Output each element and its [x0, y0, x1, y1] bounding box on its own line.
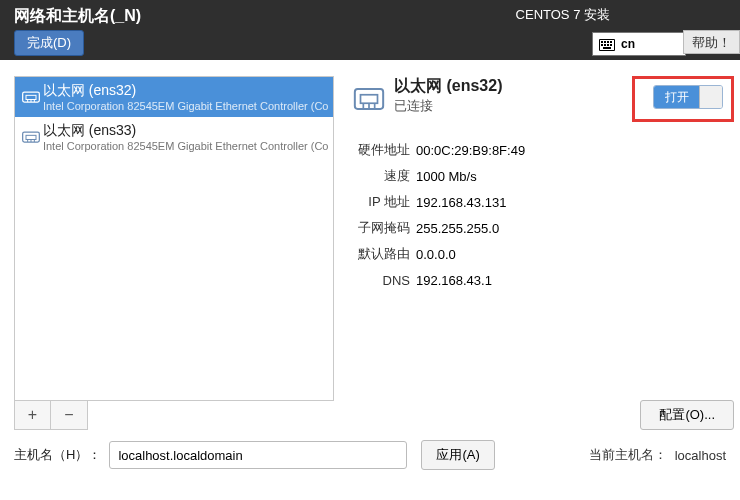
interface-item-ens33[interactable]: 以太网 (ens33) Intel Corporation 82545EM Gi… [15, 117, 333, 157]
svg-rect-6 [601, 44, 603, 46]
done-button[interactable]: 完成(D) [14, 30, 84, 56]
svg-rect-17 [26, 135, 36, 139]
configure-button[interactable]: 配置(O)... [640, 400, 734, 430]
interface-item-texts: 以太网 (ens33) Intel Corporation 82545EM Gi… [43, 122, 329, 152]
interface-panel: 以太网 (ens32) Intel Corporation 82545EM Gi… [14, 76, 334, 430]
detail-panel: 以太网 (ens32) 已连接 打开 硬件地址 00:0C:29:B9:8F:4… [334, 76, 740, 430]
svg-rect-2 [601, 41, 603, 43]
interface-item-ens32[interactable]: 以太网 (ens32) Intel Corporation 82545EM Gi… [15, 77, 333, 117]
detail-row: IP 地址 192.168.43.131 [352, 189, 740, 215]
detail-header-texts: 以太网 (ens32) 已连接 [394, 76, 502, 115]
hostname-row: 主机名（H）： 应用(A) 当前主机名： localhost [0, 430, 740, 480]
svg-rect-4 [607, 41, 609, 43]
keyboard-layout-label: cn [621, 37, 635, 51]
help-button[interactable]: 帮助！ [683, 30, 740, 54]
detail-value-speed: 1000 Mb/s [416, 169, 477, 184]
current-hostname-label: 当前主机名： [589, 446, 667, 464]
remove-interface-button[interactable]: − [51, 401, 87, 429]
detail-label: 默认路由 [352, 245, 410, 263]
detail-value-dns: 192.168.43.1 [416, 273, 492, 288]
detail-interface-status: 已连接 [394, 97, 502, 115]
detail-row: DNS 192.168.43.1 [352, 267, 740, 293]
detail-value-gateway: 0.0.0.0 [416, 247, 456, 262]
detail-interface-name: 以太网 (ens32) [394, 76, 502, 97]
detail-grid: 硬件地址 00:0C:29:B9:8F:49 速度 1000 Mb/s IP 地… [352, 137, 740, 293]
add-interface-button[interactable]: + [15, 401, 51, 429]
install-title: CENTOS 7 安装 [516, 6, 610, 24]
svg-rect-9 [610, 44, 612, 46]
detail-label: 硬件地址 [352, 141, 410, 159]
current-hostname-value: localhost [675, 448, 726, 463]
detail-label: IP 地址 [352, 193, 410, 211]
ethernet-icon [19, 87, 43, 107]
list-button-bar: + − [14, 401, 88, 430]
interface-item-name: 以太网 (ens33) [43, 122, 329, 140]
page-title: 网络和主机名(_N) [14, 6, 141, 27]
ethernet-icon [19, 127, 43, 147]
detail-label: DNS [352, 273, 410, 288]
main-area: 以太网 (ens32) Intel Corporation 82545EM Gi… [0, 60, 740, 430]
keyboard-icon [599, 37, 615, 52]
toggle-knob [699, 86, 722, 108]
detail-label: 子网掩码 [352, 219, 410, 237]
interface-list: 以太网 (ens32) Intel Corporation 82545EM Gi… [14, 76, 334, 401]
apply-hostname-button[interactable]: 应用(A) [421, 440, 494, 470]
svg-rect-7 [604, 44, 606, 46]
svg-rect-8 [607, 44, 609, 46]
ethernet-icon [352, 82, 388, 119]
connection-toggle[interactable]: 打开 [653, 85, 723, 109]
top-bar: 网络和主机名(_N) 完成(D) CENTOS 7 安装 cn 帮助！ [0, 0, 740, 60]
detail-value-ip: 192.168.43.131 [416, 195, 506, 210]
svg-rect-10 [603, 47, 611, 49]
toggle-highlight-box: 打开 [632, 76, 734, 122]
svg-rect-3 [604, 41, 606, 43]
keyboard-layout-selector[interactable]: cn [592, 32, 686, 56]
interface-item-desc: Intel Corporation 82545EM Gigabit Ethern… [43, 140, 329, 152]
detail-label: 速度 [352, 167, 410, 185]
hostname-label: 主机名（H）： [14, 446, 101, 464]
svg-rect-22 [361, 95, 378, 104]
svg-rect-12 [26, 95, 36, 99]
detail-value-hwaddr: 00:0C:29:B9:8F:49 [416, 143, 525, 158]
svg-rect-5 [610, 41, 612, 43]
detail-row: 子网掩码 255.255.255.0 [352, 215, 740, 241]
interface-item-name: 以太网 (ens32) [43, 82, 329, 100]
interface-item-texts: 以太网 (ens32) Intel Corporation 82545EM Gi… [43, 82, 329, 112]
detail-value-netmask: 255.255.255.0 [416, 221, 499, 236]
toggle-on-label: 打开 [654, 86, 699, 108]
hostname-input[interactable] [109, 441, 407, 469]
interface-item-desc: Intel Corporation 82545EM Gigabit Ethern… [43, 100, 329, 112]
detail-row: 硬件地址 00:0C:29:B9:8F:49 [352, 137, 740, 163]
detail-row: 默认路由 0.0.0.0 [352, 241, 740, 267]
detail-row: 速度 1000 Mb/s [352, 163, 740, 189]
